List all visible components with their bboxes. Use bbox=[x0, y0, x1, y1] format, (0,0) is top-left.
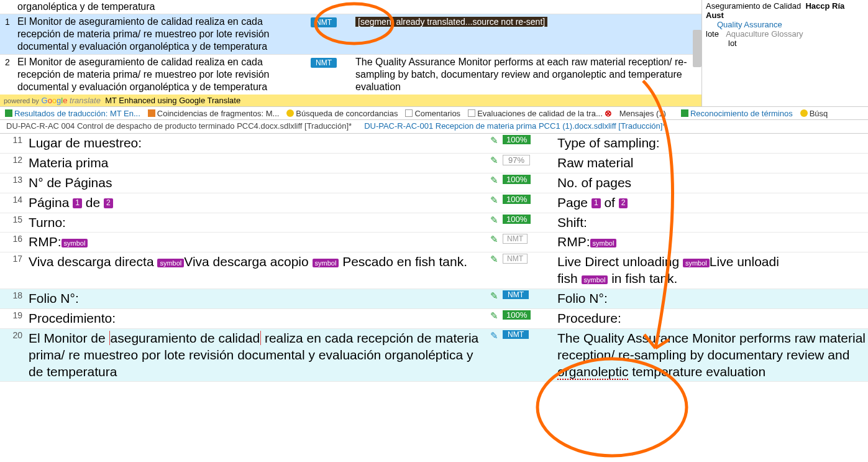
tab-term-recognition[interactable]: Reconocimiento de términos bbox=[678, 108, 795, 119]
segment-target[interactable]: No. of pages bbox=[555, 173, 868, 193]
pencil-icon bbox=[490, 135, 500, 145]
doc-tab-inactive[interactable]: DU-PAC-R-AC 004 Control de despacho de p… bbox=[0, 120, 358, 133]
match-number: 2 bbox=[0, 55, 15, 67]
segment-target[interactable]: The Quality Assurance Monitor performs r… bbox=[555, 329, 868, 382]
segment-source[interactable]: RMP:symbol bbox=[26, 233, 488, 252]
mt-provider-name: MT Enhanced using Google Translate bbox=[105, 96, 240, 105]
segment-source[interactable]: Viva descarga directa symbolViva descarg… bbox=[26, 252, 488, 289]
segment-target[interactable]: Live Direct unloading symbolLive unloadi… bbox=[555, 252, 868, 289]
term-source-1: Aseguramiento de Calidad bbox=[706, 1, 801, 11]
segment-target[interactable]: Procedure: bbox=[555, 309, 868, 328]
pencil-icon bbox=[490, 254, 500, 264]
segment-target[interactable]: Raw material bbox=[555, 154, 868, 173]
pencil-icon bbox=[490, 215, 500, 224]
match-source-text: El Monitor de aseguramiento de calidad r… bbox=[15, 55, 311, 95]
segment-source[interactable]: Materia prima bbox=[26, 154, 488, 173]
segment-target[interactable]: Folio N°: bbox=[555, 289, 868, 308]
match-percent-badge: 100% bbox=[503, 310, 531, 320]
segment-status: 97% bbox=[488, 154, 555, 173]
segment-status: 100% bbox=[488, 213, 555, 233]
term-entry-1[interactable]: Aseguramiento de Calidad Haccp Ría Aust bbox=[706, 1, 864, 20]
nmt-badge: NMT bbox=[311, 17, 337, 27]
pencil-icon bbox=[490, 290, 500, 300]
pencil-icon bbox=[490, 310, 500, 320]
segment-status: 100% bbox=[488, 309, 555, 328]
mt-provider-bar: powered by Google translate MT Enhanced … bbox=[0, 95, 701, 106]
tm-continuation-text: organoléptica y de temperatura bbox=[0, 0, 701, 14]
segment-source[interactable]: N° de Páginas bbox=[26, 173, 488, 193]
term-entry-2[interactable]: lote Aquaculture Glossary bbox=[706, 29, 864, 39]
match-percent-badge: 100% bbox=[503, 135, 531, 144]
term-target-1[interactable]: Quality Assurance bbox=[706, 20, 864, 29]
segment-source[interactable]: Turno: bbox=[26, 213, 488, 233]
tm-match-row[interactable]: 1El Monitor de aseguramiento de calidad … bbox=[0, 14, 701, 54]
segment-number: 11 bbox=[0, 134, 26, 153]
close-icon[interactable]: ⊗ bbox=[605, 108, 612, 118]
segment-row[interactable]: 15Turno:100%Shift: bbox=[0, 213, 868, 233]
tag-placeholder: 2 bbox=[619, 198, 628, 208]
tag-symbol: symbol bbox=[683, 259, 710, 267]
segment-row[interactable]: 20El Monitor de aseguramiento de calidad… bbox=[0, 329, 868, 382]
match-origin: NMT bbox=[311, 55, 353, 68]
qa-icon bbox=[468, 109, 475, 117]
google-translate-word: translate bbox=[70, 96, 101, 105]
segment-target[interactable]: Page 1 of 2 bbox=[555, 193, 868, 213]
segment-source[interactable]: Folio N°: bbox=[26, 289, 488, 308]
segment-row[interactable]: 18Folio N°:NMTFolio N°: bbox=[0, 289, 868, 309]
segment-source[interactable]: El Monitor de aseguramiento de calidad r… bbox=[26, 329, 488, 382]
match-target-text: [segment already translated...source not… bbox=[353, 14, 701, 29]
segment-row[interactable]: 13N° de Páginas100%No. of pages bbox=[0, 173, 868, 193]
tag-symbol: symbol bbox=[582, 275, 608, 284]
nmt-badge: NMT bbox=[503, 234, 528, 244]
segment-status: 100% bbox=[488, 134, 555, 153]
tab-fragment-matches[interactable]: Coincidencias de fragmentos: M... bbox=[145, 108, 282, 119]
term-glossary-2: Aquaculture Glossary bbox=[723, 29, 803, 39]
match-source-text: El Monitor de aseguramiento de calidad r… bbox=[15, 14, 311, 54]
tab-translation-results[interactable]: Resultados de traducción: MT En... bbox=[2, 108, 143, 119]
segment-number: 19 bbox=[0, 309, 26, 328]
doc-tab-active[interactable]: DU-PAC-R-AC-001 Recepcion de materia pri… bbox=[358, 120, 672, 133]
tm-match-row[interactable]: 2El Monitor de aseguramiento de calidad … bbox=[0, 54, 701, 95]
nmt-badge: NMT bbox=[503, 290, 529, 299]
segment-row[interactable]: 14Página 1 de 2100%Page 1 of 2 bbox=[0, 193, 868, 213]
segment-number: 15 bbox=[0, 213, 26, 233]
match-origin: NMT bbox=[311, 14, 353, 27]
segment-number: 16 bbox=[0, 233, 26, 252]
tab-qa[interactable]: Evaluaciones de calidad de la tra...⊗ bbox=[465, 108, 614, 119]
segment-target[interactable]: Shift: bbox=[555, 213, 868, 233]
bottom-panel-tabs: Resultados de traducción: MT En... Coinc… bbox=[0, 107, 868, 120]
segment-row[interactable]: 19Procedimiento:100%Procedure: bbox=[0, 309, 868, 329]
segment-source[interactable]: Lugar de muestreo: bbox=[26, 134, 488, 153]
segment-target[interactable]: RMP:symbol bbox=[555, 233, 868, 252]
tag-symbol: symbol bbox=[313, 259, 339, 267]
term-icon bbox=[681, 109, 688, 117]
segment-number: 18 bbox=[0, 289, 26, 308]
tag-placeholder: 1 bbox=[592, 198, 601, 208]
segment-target[interactable]: Type of sampling: bbox=[555, 134, 868, 153]
tab-messages[interactable]: Mensajes (1) bbox=[617, 108, 669, 119]
tab-concordance[interactable]: Búsqueda de concordancias bbox=[284, 108, 400, 119]
tm-results: organoléptica y de temperatura 1El Monit… bbox=[0, 0, 701, 106]
term-target-2[interactable]: lot bbox=[706, 39, 864, 48]
tm-scrollbar[interactable] bbox=[693, 30, 701, 67]
tag-symbol: symbol bbox=[590, 239, 617, 247]
nmt-badge: NMT bbox=[503, 330, 529, 339]
tab-comments[interactable]: Comentarios bbox=[403, 108, 463, 119]
segment-source[interactable]: Página 1 de 2 bbox=[26, 193, 488, 213]
nmt-badge: NMT bbox=[503, 254, 528, 264]
tag-placeholder: 1 bbox=[73, 198, 82, 208]
segment-number: 20 bbox=[0, 329, 26, 382]
match-target-text: The Quality Assurance Monitor performs a… bbox=[353, 55, 701, 95]
segment-number: 17 bbox=[0, 252, 26, 289]
segment-row[interactable]: 16RMP:symbolNMTRMP:symbol bbox=[0, 233, 868, 252]
segment-row[interactable]: 11Lugar de muestreo:100%Type of sampling… bbox=[0, 134, 868, 154]
segment-row[interactable]: 12Materia prima97%Raw material bbox=[0, 154, 868, 173]
powered-by-label: powered by bbox=[4, 97, 39, 104]
segment-status: NMT bbox=[488, 233, 555, 252]
pencil-icon bbox=[490, 195, 500, 205]
tab-search[interactable]: Búsq bbox=[798, 108, 831, 119]
term-recognition-panel: Aseguramiento de Calidad Haccp Ría Aust … bbox=[701, 0, 868, 106]
segment-row[interactable]: 17Viva descarga directa symbolViva desca… bbox=[0, 252, 868, 289]
match-percent-badge: 97% bbox=[503, 155, 530, 165]
segment-source[interactable]: Procedimiento: bbox=[26, 309, 488, 328]
